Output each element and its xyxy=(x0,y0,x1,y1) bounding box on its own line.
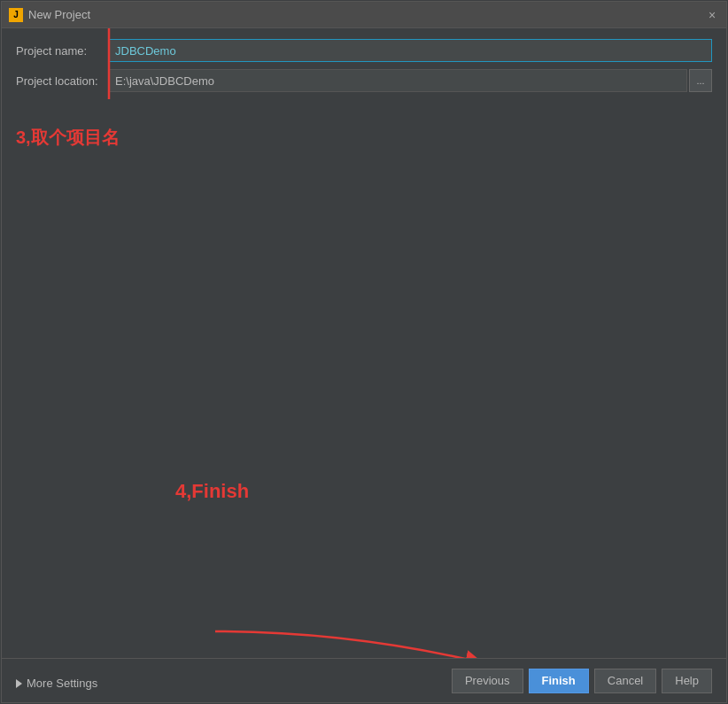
arrow-to-finish-icon xyxy=(171,614,525,658)
more-settings-triangle-icon xyxy=(16,679,22,688)
close-button[interactable]: × xyxy=(705,8,719,22)
help-button[interactable]: Help xyxy=(662,669,712,693)
dialog-footer: More Settings Previous Finish Cancel Hel… xyxy=(2,658,726,702)
project-name-input[interactable] xyxy=(109,39,712,62)
app-icon: J xyxy=(9,8,23,22)
title-bar: J New Project × xyxy=(2,2,726,28)
step3-annotation: 3,取个项目名 xyxy=(16,126,120,150)
dialog-title: New Project xyxy=(28,8,705,21)
project-name-label: Project name: xyxy=(16,44,109,58)
project-location-row: Project location: ... xyxy=(16,69,712,92)
main-area: 3,取个项目名 4,Finish xyxy=(16,99,712,647)
cancel-button[interactable]: Cancel xyxy=(594,669,656,693)
finish-button[interactable]: Finish xyxy=(529,669,589,693)
project-location-label: Project location: xyxy=(16,74,109,88)
browse-button[interactable]: ... xyxy=(689,69,712,92)
previous-button[interactable]: Previous xyxy=(452,669,523,693)
more-settings-section[interactable]: More Settings xyxy=(16,677,97,690)
project-location-input[interactable] xyxy=(109,69,687,92)
dialog-content: Project name: Project location: ... 3,取个… xyxy=(2,28,726,658)
arrow-up-icon xyxy=(100,28,118,108)
step4-annotation: 4,Finish xyxy=(175,480,249,503)
project-name-row: Project name: xyxy=(16,39,712,62)
new-project-dialog: J New Project × Project name: Project lo… xyxy=(1,1,727,703)
more-settings-label: More Settings xyxy=(27,677,97,690)
